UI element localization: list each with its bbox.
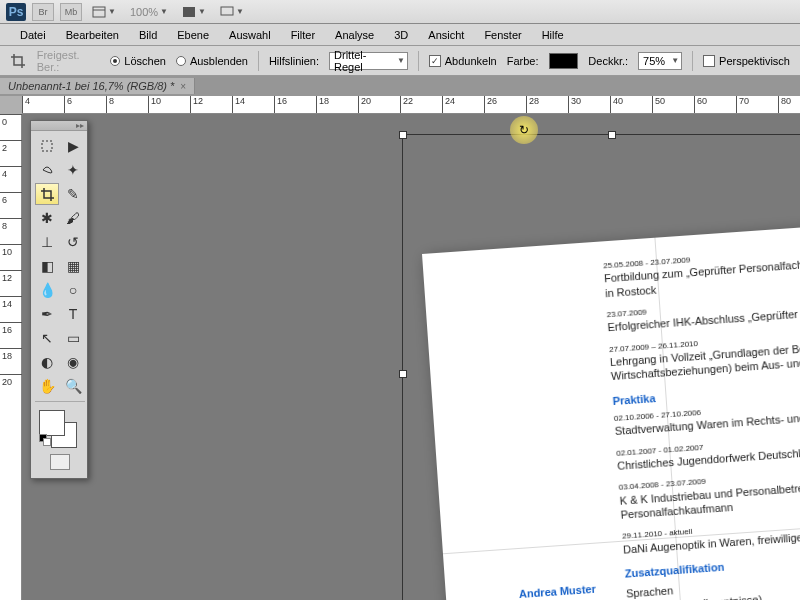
rotate-cursor-icon: ↻ [510,116,538,144]
options-bar: Freigest. Ber.: Löschen Ausblenden Hilfs… [0,46,800,76]
document-tab[interactable]: Unbenannt-1 bei 16,7% (RGB/8) *× [0,78,195,94]
minibridge-button[interactable]: Mb [60,3,82,21]
eraser-tool[interactable]: ◧ [35,255,59,277]
crop-handle-tc[interactable] [608,131,616,139]
tools-panel[interactable]: ▸▸ ▶ ✦ ✎ ✱ 🖌 ⊥ ↺ ◧ ▦ 💧 ○ ✒ T ↖ ▭ ◐ ◉ ✋ 🔍 [30,120,88,479]
bridge-button[interactable]: Br [32,3,54,21]
color-label: Farbe: [507,55,539,67]
dodge-tool[interactable]: ○ [61,279,85,301]
crop-area-label: Freigest. Ber.: [37,49,101,73]
panel-grip[interactable]: ▸▸ [31,121,87,131]
zoom-tool[interactable]: 🔍 [61,375,85,397]
3d-tool[interactable]: ◐ [35,351,59,373]
document-tab-bar: Unbenannt-1 bei 16,7% (RGB/8) *× [0,76,800,96]
vertical-ruler[interactable]: 02468101214161820 [0,114,22,600]
resume-content: 25.05.2008 - 23.07.2009Fortbildung zum „… [603,227,800,600]
default-colors-icon[interactable] [39,434,53,448]
zoom-dropdown[interactable]: 100%▼ [126,3,172,21]
delete-radio[interactable]: Löschen [110,55,166,67]
marquee-tool[interactable]: ▶ [61,135,85,157]
screen-dropdown[interactable]: ▼ [216,3,248,21]
crop-handle-tl[interactable] [399,131,407,139]
menu-analyse[interactable]: Analyse [325,26,384,44]
menu-bearbeiten[interactable]: Bearbeiten [56,26,129,44]
menu-bar: Datei Bearbeiten Bild Ebene Auswahl Filt… [0,24,800,46]
pen-tool[interactable]: ✒ [35,303,59,325]
dim-checkbox[interactable]: ✓Abdunkeln [429,55,497,67]
close-tab-icon[interactable]: × [180,81,186,92]
foreground-color[interactable] [39,410,65,436]
svg-rect-0 [93,7,105,17]
svg-rect-3 [221,7,233,15]
opacity-label: Deckkr.: [588,55,628,67]
eyedropper-tool[interactable]: ✎ [61,183,85,205]
svg-rect-4 [42,141,52,151]
document-page[interactable]: Andrea Muster Große Musterstraße 1317192… [422,205,800,600]
type-tool[interactable]: T [61,303,85,325]
menu-filter[interactable]: Filter [281,26,325,44]
shield-color[interactable] [549,53,579,69]
wand-tool[interactable]: ✦ [61,159,85,181]
shape-tool[interactable]: ▭ [61,327,85,349]
guides-label: Hilfslinien: [269,55,319,67]
move-tool[interactable] [35,135,59,157]
blur-tool[interactable]: 💧 [35,279,59,301]
canvas[interactable]: Andrea Muster Große Musterstraße 1317192… [22,114,800,600]
stamp-tool[interactable]: ⊥ [35,231,59,253]
opacity-dropdown[interactable]: 75% [638,52,682,70]
quickmask-button[interactable] [35,450,85,474]
crop-handle-ml[interactable] [399,370,407,378]
perspective-checkbox[interactable]: Perspektivisch [703,55,790,67]
arrange-dropdown[interactable]: ▼ [178,3,210,21]
3d-camera-tool[interactable]: ◉ [61,351,85,373]
menu-bild[interactable]: Bild [129,26,167,44]
lasso-tool[interactable] [35,159,59,181]
crop-tool[interactable] [35,183,59,205]
gradient-tool[interactable]: ▦ [61,255,85,277]
brush-tool[interactable]: 🖌 [61,207,85,229]
menu-ebene[interactable]: Ebene [167,26,219,44]
healing-tool[interactable]: ✱ [35,207,59,229]
menu-fenster[interactable]: Fenster [474,26,531,44]
title-bar: Ps Br Mb ▼ 100%▼ ▼ ▼ [0,0,800,24]
svg-rect-2 [183,7,195,17]
guides-dropdown[interactable]: Drittel-Regel [329,52,408,70]
menu-auswahl[interactable]: Auswahl [219,26,281,44]
view-dropdown[interactable]: ▼ [88,3,120,21]
path-tool[interactable]: ↖ [35,327,59,349]
hand-tool[interactable]: ✋ [35,375,59,397]
menu-ansicht[interactable]: Ansicht [418,26,474,44]
hide-radio[interactable]: Ausblenden [176,55,248,67]
color-wells[interactable] [35,406,85,448]
menu-hilfe[interactable]: Hilfe [532,26,574,44]
horizontal-ruler[interactable]: 4681012141618202224262830405060708090100… [22,96,800,114]
history-brush-tool[interactable]: ↺ [61,231,85,253]
app-icon[interactable]: Ps [6,3,26,21]
menu-3d[interactable]: 3D [384,26,418,44]
menu-datei[interactable]: Datei [10,26,56,44]
crop-tool-icon [10,52,27,70]
